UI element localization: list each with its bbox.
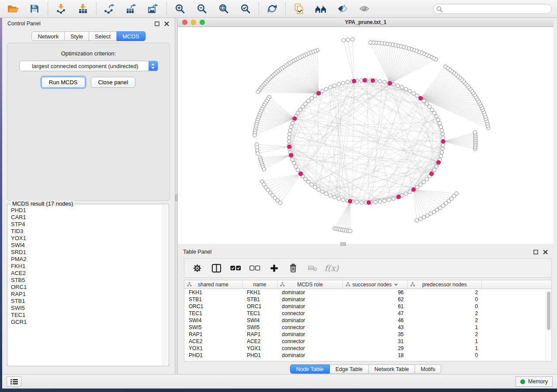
export-table-icon[interactable]	[125, 3, 138, 15]
float-panel-icon[interactable]	[154, 21, 160, 27]
control-panel-title: Control Panel	[7, 21, 41, 27]
deselect-all-icon[interactable]	[247, 261, 262, 275]
table-scrollbar-thumb[interactable]	[547, 292, 550, 330]
mcds-result-title: MCDS result (17 nodes)	[10, 200, 75, 207]
export-image-icon[interactable]	[147, 3, 160, 15]
zoom-in-icon[interactable]	[173, 3, 187, 15]
main-toolbar	[0, 0, 557, 18]
table-cell: connector	[277, 324, 343, 331]
table-row[interactable]: YOX1YOX1connector291	[184, 345, 551, 352]
tab-node-table[interactable]: Node Table	[290, 364, 330, 374]
table-row[interactable]: SWI4SWI4dominator462	[184, 317, 551, 324]
network-view[interactable]	[178, 27, 554, 244]
close-panel-icon[interactable]	[542, 249, 548, 255]
column-header-MCDS-role[interactable]: MCDS role	[277, 280, 343, 289]
table-row[interactable]: SWI5SWI5connector431	[184, 324, 551, 331]
mcds-result-item[interactable]: STB5	[11, 277, 169, 284]
mcds-result-item[interactable]: SRD1	[11, 249, 169, 256]
mcds-result-list: PHD1CAR1STP4TID3YOX1SWI4SRD1PMA2FKH1ACE2…	[7, 204, 169, 358]
table-cell: 29	[343, 345, 408, 352]
tab-edge-table[interactable]: Edge Table	[330, 364, 369, 374]
table-row[interactable]: PHD1PHD1dominator180	[184, 352, 551, 359]
zoom-out-icon[interactable]	[195, 3, 208, 15]
table-row[interactable]: STB1STB1dominator620	[184, 296, 551, 303]
table-cell: 43	[343, 324, 408, 331]
vertical-splitter-handle[interactable]	[175, 194, 177, 201]
select-all-icon[interactable]	[228, 261, 243, 275]
column-header-name[interactable]: name	[242, 280, 277, 289]
mcds-result-item[interactable]: YOX1	[11, 235, 169, 242]
table-row[interactable]: RAP1RAP1dominator352	[184, 331, 551, 338]
horizontal-splitter-handle[interactable]	[340, 242, 346, 246]
column-header-successor-nodes[interactable]: successor nodes	[343, 280, 408, 289]
table-cell	[482, 338, 551, 345]
mcds-result-item[interactable]: TEC1	[11, 312, 169, 319]
column-namespace-icon	[187, 282, 192, 287]
mcds-result-item[interactable]: TID3	[11, 228, 169, 235]
table-cell: 46	[343, 317, 408, 324]
zoom-fit-icon[interactable]	[217, 3, 230, 15]
add-column-icon[interactable]	[266, 261, 281, 275]
memory-button[interactable]: Memory	[515, 376, 553, 387]
table-row[interactable]: ACE2ACE2connector311	[184, 338, 551, 345]
tab-motifs[interactable]: Motifs	[415, 364, 441, 374]
mcds-result-item[interactable]: SWI5	[11, 305, 169, 312]
hide-graphics-details-icon[interactable]	[336, 3, 349, 15]
float-panel-icon[interactable]	[533, 249, 539, 255]
table-cell: connector	[277, 310, 343, 317]
export-network-icon[interactable]	[103, 3, 116, 15]
share-document-icon[interactable]	[292, 3, 305, 15]
search-icon	[436, 6, 443, 12]
zoom-selected-icon[interactable]	[239, 3, 252, 15]
optimization-criterion-select[interactable]: largest connected component (undirected)	[19, 61, 158, 71]
select-stepper-icon	[149, 61, 158, 71]
table-cell: SWI5	[184, 324, 242, 331]
table-cell	[482, 303, 551, 310]
show-graphics-details-icon[interactable]	[358, 3, 371, 15]
delete-column-icon[interactable]	[286, 261, 301, 275]
vertical-splitter[interactable]	[175, 18, 178, 374]
table-settings-icon[interactable]	[190, 261, 204, 275]
mcds-result-item[interactable]: CAR1	[11, 214, 169, 221]
optimization-criterion-label: Optimization criterion:	[7, 50, 170, 57]
refresh-icon[interactable]	[266, 3, 279, 15]
mcds-list-scrollbar[interactable]	[163, 205, 168, 365]
mcds-result-item[interactable]: STB1	[11, 298, 169, 305]
table-row[interactable]: FKH1FKH1dominator962	[184, 289, 551, 296]
tab-style[interactable]: Style	[65, 31, 89, 41]
table-scrollbar[interactable]	[546, 289, 551, 361]
close-panel-icon[interactable]	[163, 21, 170, 27]
import-table-icon[interactable]	[76, 3, 90, 15]
mcds-result-item[interactable]: FKH1	[11, 263, 169, 270]
mcds-result-item[interactable]: ACE2	[11, 270, 169, 277]
run-mcds-button[interactable]: Run MCDS	[42, 77, 85, 88]
mcds-result-item[interactable]: RAP1	[11, 291, 169, 298]
search-input[interactable]	[433, 4, 552, 14]
close-panel-button[interactable]: Close panel	[91, 77, 136, 88]
import-network-icon[interactable]	[55, 3, 68, 15]
table-panel: Table Panel	[178, 246, 554, 374]
table-cell: 47	[343, 310, 408, 317]
tab-mcds[interactable]: MCDS	[117, 31, 145, 41]
table-row[interactable]: ORC1ORC1dominator610	[184, 303, 551, 310]
column-header-predecessor-nodes[interactable]: predecessor nodes	[408, 280, 482, 289]
save-icon[interactable]	[28, 3, 41, 15]
neighbors-icon[interactable]	[314, 3, 327, 15]
mcds-result-item[interactable]: GCR1	[11, 319, 169, 326]
mcds-result-item[interactable]: STP4	[11, 221, 169, 228]
tab-select[interactable]: Select	[89, 31, 117, 41]
delete-table-icon	[305, 261, 320, 275]
mcds-result-item[interactable]: SWI4	[11, 242, 169, 249]
tab-network[interactable]: Network	[31, 31, 65, 41]
mcds-result-item[interactable]: ORC1	[11, 284, 169, 291]
show-columns-icon[interactable]	[209, 261, 224, 275]
function-builder-icon: f(x)	[324, 261, 339, 275]
task-history-button[interactable]	[7, 376, 21, 387]
mcds-result-item[interactable]: PHD1	[11, 207, 169, 214]
open-folder-icon[interactable]	[6, 3, 19, 15]
network-window-titlebar: YPA_prune.txt_1	[178, 18, 554, 27]
tab-network-table[interactable]: Network Table	[369, 364, 415, 374]
table-row[interactable]: TEC1TEC1connector472	[184, 310, 551, 317]
column-header-shared-name[interactable]: shared name	[184, 280, 242, 289]
mcds-result-item[interactable]: PMA2	[11, 256, 169, 263]
